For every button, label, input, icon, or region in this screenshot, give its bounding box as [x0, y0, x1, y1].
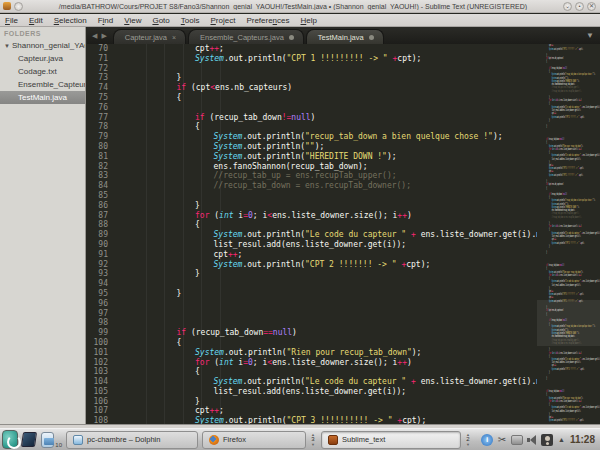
tab-label: TestMain.java: [318, 33, 364, 42]
menu-view[interactable]: View: [124, 16, 141, 25]
info-icon[interactable]: i: [481, 434, 493, 446]
tab-testmain-java[interactable]: TestMain.java: [306, 29, 384, 44]
sidebar-item-codage-txt[interactable]: Codage.txt: [0, 65, 85, 78]
desktop-screen: /media/BATHROW/Cours/PROJET S8/Fano3/Sha…: [0, 0, 600, 450]
tab-modified-dot-icon[interactable]: [369, 35, 374, 40]
user-icon[interactable]: [541, 434, 553, 446]
network-icon[interactable]: [511, 434, 523, 446]
line-number: 70: [87, 44, 115, 54]
line-number: 86: [87, 201, 115, 211]
code-editor[interactable]: 70cpt++;71System.out.println("CPT 1 !!!!…: [87, 44, 600, 424]
window-titlebar[interactable]: /media/BATHROW/Cours/PROJET S8/Fano3/Sha…: [0, 0, 600, 13]
volume-icon[interactable]: [526, 434, 538, 446]
tab-nav-right-icon[interactable]: ▶: [101, 32, 106, 40]
task-label: pc-chambre – Dolphin: [87, 435, 160, 444]
line-number: 98: [87, 318, 115, 328]
app-launcher-icon[interactable]: [2, 430, 18, 449]
window-menu-button[interactable]: [14, 2, 23, 11]
taskbar-panel: 10 pc-chambre – DolphinFirefox▲3▼Sublime…: [0, 428, 600, 450]
line-number: 76: [87, 103, 115, 113]
panel-expander-icon[interactable]: ▲: [558, 436, 565, 443]
menu-project[interactable]: Project: [210, 16, 235, 25]
line-number: 81: [87, 152, 115, 162]
clock[interactable]: 11:28: [570, 434, 595, 445]
minimize-button[interactable]: ⌄: [563, 2, 572, 11]
menu-goto[interactable]: Goto: [152, 16, 169, 25]
line-number: 84: [87, 181, 115, 191]
line-number: 89: [87, 230, 115, 240]
sidebar-item-testmain-java[interactable]: TestMain.java: [0, 91, 85, 104]
klipper-scissors-icon[interactable]: ✂: [496, 434, 508, 446]
line-number: 99: [87, 328, 115, 338]
menu-file[interactable]: File: [5, 16, 18, 25]
maximize-button[interactable]: •: [575, 2, 584, 11]
line-number: 77: [87, 113, 115, 123]
taskbar-button-pc-chambre-dolphin[interactable]: pc-chambre – Dolphin: [66, 431, 198, 449]
menu-edit[interactable]: Edit: [29, 16, 43, 25]
taskbar-button-firefox[interactable]: Firefox: [202, 431, 306, 449]
sublime-icon: [328, 435, 338, 445]
line-number: 74: [87, 83, 115, 93]
sidebar-item-capteur-java[interactable]: Capteur.java: [0, 52, 85, 65]
line-number: 103: [87, 367, 115, 377]
line-number: 95: [87, 289, 115, 299]
line-number: 107: [87, 406, 115, 416]
line-number: 80: [87, 142, 115, 152]
line-number: 87: [87, 211, 115, 221]
line-number: 104: [87, 377, 115, 387]
taskbar-scroll-badge[interactable]: ▲3▼: [309, 432, 317, 447]
line-number: 105: [87, 387, 115, 397]
line-number: 88: [87, 220, 115, 230]
tab-bar: ◀ ▶ Capteur.java×Ensemble_Capteurs.javaT…: [87, 27, 600, 44]
line-number: 71: [87, 54, 115, 64]
tab-label: Capteur.java: [125, 33, 167, 42]
line-number: 100: [87, 338, 115, 348]
line-number: 72: [87, 64, 115, 74]
sidebar-file-list: Capteur.javaCodage.txtEnsemble_CapteursT…: [0, 52, 85, 104]
line-number: 73: [87, 73, 115, 83]
menu-help[interactable]: Help: [301, 16, 317, 25]
taskbar-button-sublime-text[interactable]: Sublime_text: [321, 431, 461, 449]
sublime-text-app-icon: [3, 2, 11, 10]
tab-ensemble-capteurs-java[interactable]: Ensemble_Capteurs.java: [188, 29, 304, 44]
menu-selection[interactable]: Selection: [54, 16, 87, 25]
line-number: 85: [87, 191, 115, 201]
menu-preferences[interactable]: Preferences: [246, 16, 289, 25]
dolphin-icon: [73, 435, 83, 445]
menu-find[interactable]: Find: [98, 16, 114, 25]
line-number: 75: [87, 93, 115, 103]
close-button[interactable]: ✕: [587, 2, 596, 11]
line-number: 93: [87, 269, 115, 279]
line-number: 82: [87, 162, 115, 172]
minimap[interactable]: cpt++;System.out.println("CPT 1 !!!!!!!!…: [537, 44, 600, 424]
task-label: Sublime_text: [342, 435, 385, 444]
folder-expand-triangle-icon[interactable]: ▼: [4, 43, 10, 49]
line-number: 101: [87, 348, 115, 358]
line-number: 78: [87, 122, 115, 132]
line-number: 106: [87, 397, 115, 407]
line-number: 92: [87, 260, 115, 270]
taskbar-scroll-badge[interactable]: ▲2▼: [464, 432, 472, 447]
sidebar-root-folder[interactable]: ▼Shannon_genial_YAOU: [0, 39, 85, 52]
line-number: 90: [87, 240, 115, 250]
minimap-viewport[interactable]: [537, 300, 600, 346]
line-number: 97: [87, 309, 115, 319]
sidebar-item-ensemble-capteurs[interactable]: Ensemble_Capteurs: [0, 78, 85, 91]
line-number: 108: [87, 416, 115, 424]
menu-tools[interactable]: Tools: [181, 16, 200, 25]
task-label: Firefox: [223, 435, 246, 444]
tab-overflow-icon[interactable]: ▼: [586, 31, 600, 44]
sidebar-folders-panel: FOLDERS ▼Shannon_genial_YAOU Capteur.jav…: [0, 27, 86, 424]
window-controls: ⌄•✕: [563, 2, 596, 11]
tab-nav-left-icon[interactable]: ◀: [92, 32, 97, 40]
tab-modified-dot-icon[interactable]: [289, 35, 294, 40]
folder-badge: 10: [55, 442, 62, 450]
firefox-icon: [209, 435, 219, 445]
folder-shortcut-icon[interactable]: [41, 432, 54, 448]
tab-capteur-java[interactable]: Capteur.java×: [113, 29, 186, 44]
tab-close-icon[interactable]: ×: [172, 34, 176, 41]
show-desktop-icon[interactable]: [21, 432, 37, 447]
line-number: 96: [87, 299, 115, 309]
tab-nav-arrows: ◀ ▶: [87, 32, 113, 44]
line-number: 79: [87, 132, 115, 142]
